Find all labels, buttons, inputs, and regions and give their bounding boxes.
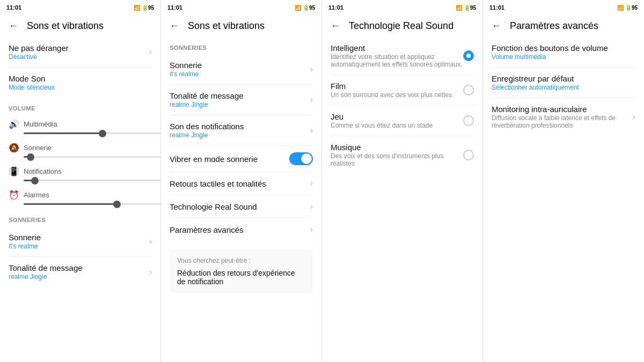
header-4: ← Paramètres avancés xyxy=(483,15,644,37)
item-mode-son[interactable]: Mode Son Mode silencieux xyxy=(0,68,160,98)
back-button-1[interactable]: ← xyxy=(9,20,18,32)
sonnerie-slider-thumb[interactable] xyxy=(27,153,34,161)
alarmes-label-text: Alarmes xyxy=(24,191,49,199)
header-title-3: Technologie Real Sound xyxy=(349,20,453,32)
item-text-retours-tactiles: Retours tactiles et tonalités xyxy=(170,179,310,188)
alarmes-slider-thumb[interactable] xyxy=(113,201,121,208)
item-jeu[interactable]: Jeu Comme si vous étiez dans un stade xyxy=(322,106,482,136)
chevron-ne-pas-deranger: › xyxy=(149,47,152,57)
status-icons-2: 📶 🔋95 xyxy=(295,5,315,11)
section-label-sonneries-2: SONNERIES xyxy=(161,37,321,54)
chevron-real-sound: › xyxy=(310,202,313,211)
item-subtitle-tonalite-2: realme Jingle xyxy=(170,101,310,108)
toggle-thumb-vibrer xyxy=(301,153,312,164)
item-musique[interactable]: Musique Des voix et des sons d'instrumen… xyxy=(322,136,482,174)
multimedia-slider-fill xyxy=(24,132,103,134)
panel-parametres-avances: 11:01 📶 🔋95 ← Paramètres avancés Fonctio… xyxy=(483,0,644,362)
sonnerie-icon: 🔕 xyxy=(9,143,19,153)
chevron-sonnerie-1: › xyxy=(149,237,152,246)
item-film[interactable]: Film Un son surround avec des voix plus … xyxy=(322,75,482,105)
volume-label-alarmes: ⏰ Alarmes xyxy=(9,190,152,200)
status-bar-4: 11:01 📶 🔋95 xyxy=(483,0,644,15)
section-label-volume: VOLUME xyxy=(0,98,160,115)
chevron-retours-tactiles: › xyxy=(310,179,313,188)
item-subtitle-ne-pas-deranger: Désactivé xyxy=(9,53,149,61)
panel-sons-vibrations-1: 11:01 📶 🔋95 ← Sons et vibrations Ne pas … xyxy=(0,0,161,362)
header-title-1: Sons et vibrations xyxy=(27,20,104,32)
item-subtitle-monitoring: Diffusion vocale à faible latence et eff… xyxy=(492,114,633,129)
radio-musique[interactable] xyxy=(463,150,474,160)
radio-jeu[interactable] xyxy=(463,115,474,126)
multimedia-slider-track[interactable] xyxy=(24,132,160,134)
item-text-intelligent: Intelligent Identifiez votre situation e… xyxy=(331,43,463,68)
item-intelligent[interactable]: Intelligent Identifiez votre situation e… xyxy=(322,37,482,75)
item-text-monitoring: Monitoring intra-auriculaire Diffusion v… xyxy=(492,105,633,129)
item-parametres-avances[interactable]: Paramètres avancés › xyxy=(161,218,321,241)
content-4: Fonction des boutons de volume Volume mu… xyxy=(483,37,644,362)
item-subtitle-intelligent: Identifiez votre situation et appliquez … xyxy=(331,53,463,68)
item-subtitle-enregistreur: Sélectionner automatiquement xyxy=(492,84,635,91)
item-title-ne-pas-deranger: Ne pas déranger xyxy=(9,43,149,53)
radio-intelligent[interactable] xyxy=(463,50,474,61)
item-title-sonnerie-2: Sonnerie xyxy=(170,61,310,70)
item-enregistreur[interactable]: Enregistreur par défaut Sélectionner aut… xyxy=(483,68,644,98)
multimedia-slider-thumb[interactable] xyxy=(99,130,106,137)
radio-film[interactable] xyxy=(463,85,474,95)
item-text-sonnerie-1: Sonnerie it's realme xyxy=(9,233,149,250)
item-fonction-boutons[interactable]: Fonction des boutons de volume Volume mu… xyxy=(483,37,644,67)
item-tonalite-message-2[interactable]: Tonalité de message realme Jingle › xyxy=(161,85,321,115)
item-title-mode-son: Mode Son xyxy=(9,74,152,83)
item-text-tonalite-1: Tonalité de message realme Jingle xyxy=(9,263,149,280)
sonnerie-slider-track[interactable] xyxy=(24,156,160,158)
notifications-slider-thumb[interactable] xyxy=(31,177,39,184)
item-technologie-real-sound[interactable]: Technologie Real Sound › xyxy=(161,195,321,218)
volume-notifications[interactable]: 📳 Notifications xyxy=(0,162,160,186)
volume-sonnerie[interactable]: 🔕 Sonnerie xyxy=(0,138,160,162)
item-subtitle-sonnerie-2: it's realme xyxy=(170,70,310,78)
notifications-slider-track[interactable] xyxy=(24,180,160,181)
volume-label-notifications: 📳 Notifications xyxy=(9,166,152,176)
back-button-4[interactable]: ← xyxy=(492,20,501,32)
item-son-notifications[interactable]: Son des notifications realme Jingle › xyxy=(161,115,321,145)
item-title-parametres-avances: Paramètres avancés xyxy=(170,225,310,234)
alarmes-icon: ⏰ xyxy=(9,190,19,200)
chevron-tonalite-2: › xyxy=(310,95,313,105)
back-button-3[interactable]: ← xyxy=(331,20,340,32)
panel-sons-vibrations-2: 11:01 📶 🔋95 ← Sons et vibrations SONNERI… xyxy=(161,0,322,362)
volume-multimedia[interactable]: 🔊 Multimédia xyxy=(0,115,160,138)
back-button-2[interactable]: ← xyxy=(170,20,179,32)
item-title-jeu: Jeu xyxy=(331,112,463,121)
status-time-1: 11:01 xyxy=(6,4,21,11)
item-subtitle-tonalite-1: realme Jingle xyxy=(9,273,149,280)
header-1: ← Sons et vibrations xyxy=(0,15,160,37)
panel-technologie-real-sound: 11:01 📶 🔋95 ← Technologie Real Sound Int… xyxy=(322,0,483,362)
item-text-parametres-avances: Paramètres avancés xyxy=(170,225,310,234)
item-ne-pas-deranger[interactable]: Ne pas déranger Désactivé › xyxy=(0,37,160,67)
item-retours-tactiles[interactable]: Retours tactiles et tonalités › xyxy=(161,172,321,195)
item-sonnerie-1[interactable]: Sonnerie it's realme › xyxy=(0,226,160,256)
item-tonalite-message-1[interactable]: Tonalité de message realme Jingle › xyxy=(0,257,160,287)
content-2: SONNERIES Sonnerie it's realme › Tonalit… xyxy=(161,37,321,362)
item-title-intelligent: Intelligent xyxy=(331,43,463,53)
suggestion-text[interactable]: Réduction des retours d'expérience de no… xyxy=(177,269,305,286)
volume-label-sonnerie: 🔕 Sonnerie xyxy=(9,143,152,153)
item-title-retours-tactiles: Retours tactiles et tonalités xyxy=(170,179,310,188)
item-subtitle-fonction-boutons: Volume multimédia xyxy=(492,53,635,61)
alarmes-slider-fill xyxy=(24,203,117,205)
item-sonnerie-2[interactable]: Sonnerie it's realme › xyxy=(161,54,321,84)
item-text-sonnerie-2: Sonnerie it's realme xyxy=(170,61,310,78)
toggle-vibrer[interactable] xyxy=(289,152,313,165)
item-text-musique: Musique Des voix et des sons d'instrumen… xyxy=(331,143,463,167)
item-subtitle-film: Un son surround avec des voix plus nette… xyxy=(331,91,463,99)
alarmes-slider-track[interactable] xyxy=(24,203,160,205)
status-time-2: 11:01 xyxy=(167,4,182,11)
header-2: ← Sons et vibrations xyxy=(161,15,321,37)
item-vibrer-sonnerie[interactable]: Vibrer en mode sonnerie xyxy=(161,146,321,172)
chevron-tonalite-1: › xyxy=(149,267,152,277)
item-title-real-sound: Technologie Real Sound xyxy=(170,202,310,211)
volume-alarmes[interactable]: ⏰ Alarmes xyxy=(0,186,160,209)
item-monitoring[interactable]: Monitoring intra-auriculaire Diffusion v… xyxy=(483,98,644,136)
status-time-4: 11:01 xyxy=(489,4,504,11)
content-1: Ne pas déranger Désactivé › Mode Son Mod… xyxy=(0,37,160,362)
battery-icon-4: 🔋95 xyxy=(625,5,638,11)
